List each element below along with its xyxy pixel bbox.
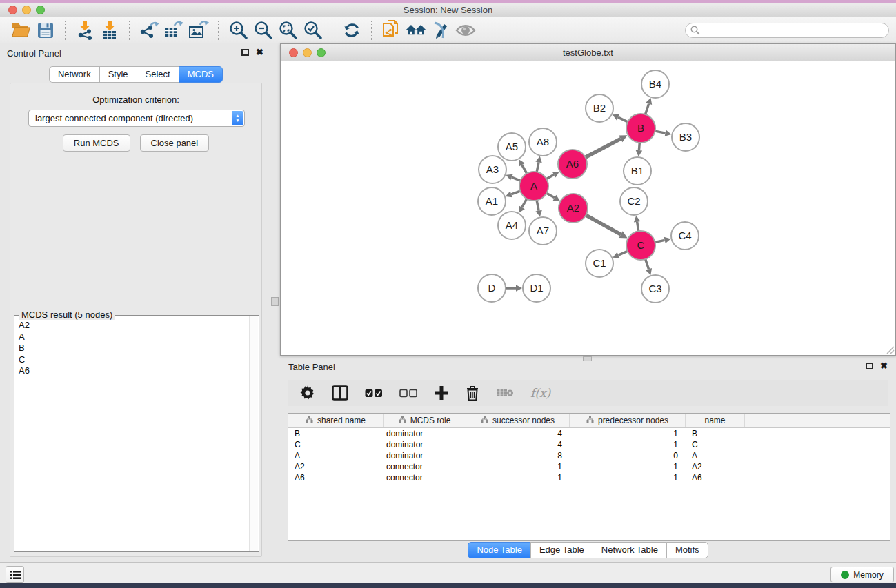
graph-edge-C-C2[interactable]: [637, 222, 639, 232]
zoom-selected-icon[interactable]: [302, 20, 323, 41]
zoom-out-icon[interactable]: [252, 20, 273, 41]
table-cell[interactable]: 8: [466, 451, 570, 460]
table-cell[interactable]: 4: [466, 429, 570, 438]
toggle-annotations-icon[interactable]: [430, 20, 451, 41]
table-cell[interactable]: 1: [466, 473, 570, 483]
close-network-icon[interactable]: [289, 48, 298, 57]
minimize-window-icon[interactable]: [22, 6, 31, 14]
table-cell[interactable]: dominator: [384, 451, 466, 460]
table-cell[interactable]: A2: [686, 462, 745, 472]
table-row[interactable]: Cdominator41C: [288, 439, 890, 450]
export-table-icon[interactable]: [163, 20, 184, 41]
tab-mcds[interactable]: MCDS: [179, 66, 223, 83]
table-cell[interactable]: C: [288, 440, 384, 449]
result-list-item[interactable]: B: [15, 343, 248, 354]
minimize-network-icon[interactable]: [303, 48, 312, 57]
graph-edge-A-A6[interactable]: [546, 174, 554, 179]
graph-edge-A6-B[interactable]: [586, 139, 621, 157]
float-panel-icon[interactable]: [241, 49, 249, 56]
table-cell[interactable]: C: [686, 440, 745, 449]
import-table-icon[interactable]: [99, 20, 120, 41]
search-input[interactable]: [685, 23, 889, 38]
close-panel-button[interactable]: Close panel: [140, 134, 210, 152]
table-cell[interactable]: connector: [384, 473, 466, 483]
column-header-name[interactable]: name: [686, 414, 745, 427]
mcds-result-list[interactable]: A2ABCA6: [15, 320, 248, 551]
result-list-item[interactable]: A: [15, 332, 248, 343]
graph-edge-B-B2[interactable]: [618, 117, 628, 122]
result-list-item[interactable]: A6: [15, 365, 248, 377]
graph-edge-A2-C[interactable]: [586, 215, 621, 234]
task-history-button[interactable]: [6, 566, 24, 583]
table-cell[interactable]: B: [288, 429, 384, 438]
close-window-icon[interactable]: [8, 6, 17, 14]
network-window-titlebar[interactable]: testGlobe.txt: [281, 44, 895, 61]
float-panel-icon[interactable]: [866, 363, 873, 369]
tab-style[interactable]: Style: [99, 66, 137, 83]
table-cell[interactable]: A6: [686, 473, 745, 483]
apply-layout-icon[interactable]: [341, 20, 362, 41]
table-cell[interactable]: A: [288, 451, 384, 460]
session-titlebar[interactable]: Session: New Session: [0, 3, 896, 17]
tab-network[interactable]: Network: [49, 66, 100, 83]
save-session-icon[interactable]: [35, 20, 56, 41]
deselect-all-icon[interactable]: [399, 389, 417, 398]
table-row[interactable]: A6connector11A6: [288, 472, 890, 483]
graph-edge-C-C3[interactable]: [646, 259, 649, 270]
new-network-from-selection-icon[interactable]: [381, 20, 401, 41]
open-session-icon[interactable]: [10, 20, 31, 41]
result-list-item[interactable]: C: [15, 354, 248, 366]
zoom-in-icon[interactable]: [228, 20, 248, 41]
cybrowser-home-icon[interactable]: [406, 20, 426, 41]
result-scrollbar[interactable]: [249, 316, 258, 551]
table-settings-icon[interactable]: [300, 385, 315, 401]
tab-network-table[interactable]: Network Table: [593, 542, 667, 558]
close-panel-icon[interactable]: ✖: [256, 48, 263, 57]
show-hide-icon[interactable]: [455, 20, 476, 41]
graph-edge-A-A7[interactable]: [537, 201, 539, 211]
graph-edge-A-A1[interactable]: [511, 191, 520, 194]
table-cell[interactable]: A: [686, 451, 745, 460]
tab-motifs[interactable]: Motifs: [666, 542, 708, 558]
graph-edge-A-A3[interactable]: [512, 177, 521, 181]
table-cell[interactable]: connector: [384, 462, 466, 472]
table-cell[interactable]: 0: [570, 451, 686, 460]
table-cell[interactable]: 1: [570, 462, 686, 472]
graph-edge-A-A4[interactable]: [522, 199, 527, 207]
column-header-successor-nodes[interactable]: successor nodes: [466, 414, 570, 427]
table-row[interactable]: Adominator80A: [288, 450, 890, 461]
zoom-window-icon[interactable]: [36, 6, 45, 14]
table-cell[interactable]: 1: [570, 440, 686, 449]
run-mcds-button[interactable]: Run MCDS: [63, 134, 130, 152]
graph-edge-B-B4[interactable]: [646, 104, 649, 115]
graph-edge-A-A8[interactable]: [537, 162, 539, 172]
table-cell[interactable]: 1: [466, 462, 570, 472]
memory-button[interactable]: Memory: [830, 567, 894, 582]
table-cell[interactable]: A6: [288, 473, 384, 483]
import-network-icon[interactable]: [74, 20, 95, 41]
column-header-MCDS-role[interactable]: MCDS role: [384, 414, 466, 427]
vertical-split-handle[interactable]: [271, 297, 279, 306]
table-cell[interactable]: B: [686, 429, 745, 438]
resize-grip[interactable]: [885, 345, 895, 354]
table-row[interactable]: A2connector11A2: [288, 461, 890, 472]
export-network-icon[interactable]: [139, 20, 159, 41]
graph-edge-A-A5[interactable]: [522, 165, 527, 174]
table-cell[interactable]: dominator: [384, 440, 466, 449]
graph-edge-C-C4[interactable]: [655, 240, 665, 242]
table-cell[interactable]: 1: [570, 429, 686, 438]
delete-table-icon[interactable]: [496, 387, 514, 398]
network-canvas[interactable]: B4B2BB3A8A5A6A3B1AA1C2A2A4A7C4CC1DC3D1: [281, 61, 895, 355]
column-visibility-icon[interactable]: [332, 385, 348, 401]
table-cell[interactable]: 4: [466, 440, 570, 449]
function-builder-icon[interactable]: f(x): [530, 386, 550, 400]
table-cell[interactable]: 1: [570, 473, 686, 483]
zoom-fit-icon[interactable]: [277, 20, 298, 41]
column-header-predecessor-nodes[interactable]: predecessor nodes: [570, 414, 686, 427]
table-cell[interactable]: dominator: [384, 429, 466, 438]
criterion-dropdown[interactable]: largest connected component (directed) ▲…: [28, 110, 245, 127]
tab-node-table[interactable]: Node Table: [468, 542, 531, 558]
zoom-network-icon[interactable]: [317, 48, 326, 57]
graph-edge-B-B3[interactable]: [655, 131, 666, 133]
network-graph[interactable]: B4B2BB3A8A5A6A3B1AA1C2A2A4A7C4CC1DC3D1: [281, 61, 895, 355]
